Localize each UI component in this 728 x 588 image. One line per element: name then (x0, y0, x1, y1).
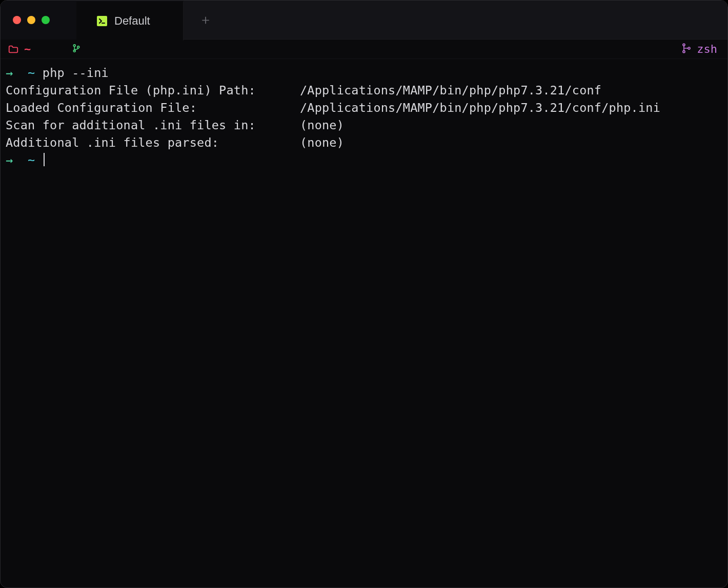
tab-bar-empty: ＋ (184, 1, 727, 40)
prompt-cwd: ~ (28, 66, 35, 80)
prompt-line: → ~ (6, 151, 722, 169)
close-window-button[interactable] (13, 16, 21, 24)
output-value: /Applications/MAMP/bin/php/php7.3.21/con… (300, 101, 660, 115)
prompt-cwd: ~ (28, 153, 35, 167)
output-label: Configuration File (php.ini) Path: (6, 83, 300, 97)
folder-icon (8, 44, 19, 55)
output-label: Scan for additional .ini files in: (6, 118, 300, 132)
git-branch-icon (72, 43, 81, 56)
status-bar: ~ zsh (1, 40, 727, 59)
output-value: (none) (300, 135, 344, 150)
process-tree-icon (681, 43, 692, 55)
output-label: Loaded Configuration File: (6, 101, 300, 115)
status-left: ~ (8, 43, 81, 56)
minimize-window-button[interactable] (27, 16, 35, 24)
cwd-indicator: ~ (24, 43, 31, 55)
traffic-lights (1, 1, 76, 40)
new-tab-button[interactable]: ＋ (199, 11, 212, 29)
output-line: Scan for additional .ini files in: (none… (6, 116, 722, 134)
terminal-output[interactable]: → ~ php --iniConfiguration File (php.ini… (1, 59, 727, 174)
command-text: php --ini (43, 66, 109, 80)
titlebar: Default ＋ (1, 1, 727, 40)
tab-bar: Default ＋ (76, 1, 727, 40)
output-label: Additional .ini files parsed: (6, 135, 300, 150)
output-line: Loaded Configuration File: /Applications… (6, 99, 722, 116)
prompt-arrow: → (6, 153, 13, 167)
output-value: /Applications/MAMP/bin/php/php7.3.21/con… (300, 83, 601, 97)
prompt-line: → ~ php --ini (6, 64, 722, 82)
maximize-window-button[interactable] (42, 16, 50, 24)
status-right: zsh (681, 43, 717, 55)
output-line: Additional .ini files parsed: (none) (6, 134, 722, 151)
prompt-arrow: → (6, 66, 13, 80)
output-value: (none) (300, 118, 344, 132)
cursor (44, 153, 45, 166)
tab-label: Default (114, 14, 150, 28)
terminal-window: Default ＋ ~ zsh → ~ php --iniConfigurati… (0, 0, 728, 588)
tab-default[interactable]: Default (76, 2, 184, 41)
output-line: Configuration File (php.ini) Path: /Appl… (6, 82, 722, 99)
terminal-icon (97, 16, 107, 26)
shell-name: zsh (697, 43, 717, 55)
